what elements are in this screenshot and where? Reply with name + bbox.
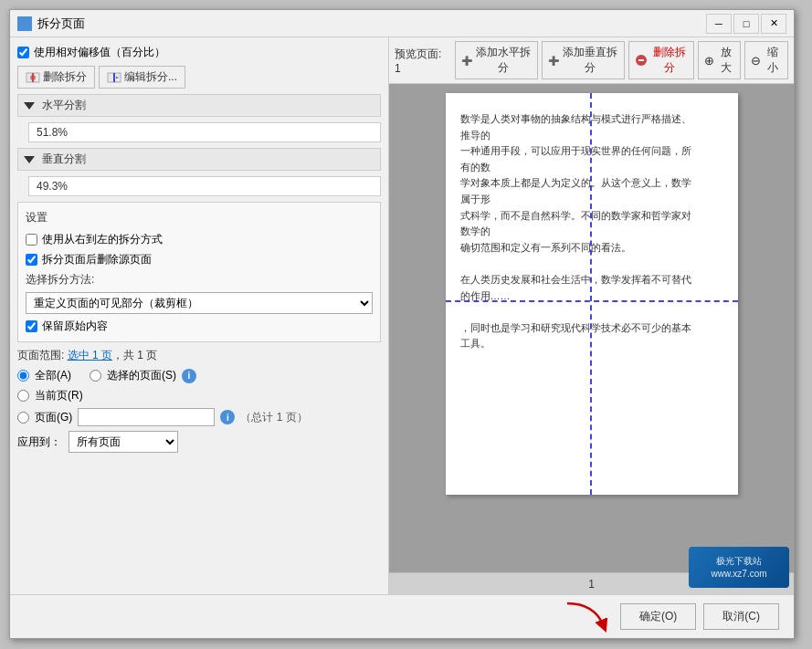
watermark-text: 极光下载站 www.xz7.com (711, 555, 766, 581)
method-select[interactable]: 重定义页面的可见部分（裁剪框） (26, 292, 373, 314)
radio-current-label: 当前页(R) (35, 388, 83, 403)
preserve-original-label: 保留原始内容 (42, 319, 108, 334)
main-content: 使用相对偏移值（百分比） 删除拆分 (10, 37, 794, 594)
radio-selected-row: 选择的页面(S) i (90, 368, 196, 383)
delete-after-split-label: 拆分页面后删除源页面 (42, 252, 152, 267)
radio-row-top: 全部(A) 选择的页面(S) i (17, 368, 381, 383)
maximize-button[interactable]: □ (733, 14, 759, 34)
vertical-split-label: 垂直分割 (42, 152, 86, 167)
page-input-row: 页面(G) i （总计 1 页） (17, 408, 381, 426)
radio-all[interactable] (17, 370, 29, 382)
preview-remove-split-label: 删除拆分 (650, 45, 688, 76)
left-to-right-checkbox[interactable] (26, 234, 37, 246)
left-to-right-label: 使用从右到左的拆分方式 (42, 232, 163, 247)
delete-after-split-row: 拆分页面后删除源页面 (26, 252, 373, 267)
zoom-out-label: 缩小 (764, 45, 782, 76)
use-relative-offset-label: 使用相对偏移值（百分比） (34, 45, 165, 60)
selected-info-icon[interactable]: i (182, 369, 196, 383)
page-number-input[interactable] (78, 408, 215, 426)
svg-point-2 (30, 75, 36, 80)
preserve-original-row: 保留原始内容 (26, 319, 373, 334)
settings-group: 设置 使用从右到左的拆分方式 拆分页面后删除源页面 选择拆分方法: 重定义页面的… (17, 202, 381, 342)
left-panel: 使用相对偏移值（百分比） 删除拆分 (10, 37, 389, 594)
preview-remove-split-icon (635, 54, 648, 68)
preserve-original-checkbox[interactable] (26, 320, 37, 332)
edit-split-icon (107, 70, 121, 85)
radio-all-row: 全部(A) (17, 368, 71, 383)
add-vertical-label: 添加垂直拆分 (562, 45, 618, 76)
vertical-divider (590, 93, 592, 495)
dialog-title: 拆分页面 (37, 16, 85, 32)
add-horizontal-icon: ➕ (461, 56, 472, 66)
remove-split-button[interactable]: 删除拆分 (17, 66, 95, 89)
split-page-dialog: 拆分页面 ─ □ ✕ 使用相对偏移值（百分比） (9, 9, 795, 639)
zoom-in-icon: ⊕ (704, 54, 714, 68)
remove-split-icon (26, 70, 40, 85)
radio-page-label: 页面(G) (35, 410, 72, 425)
total-pages-label: （总计 1 页） (240, 410, 307, 425)
title-bar: 拆分页面 ─ □ ✕ (10, 10, 794, 37)
select-method-label: 选择拆分方法: (26, 272, 373, 288)
add-vertical-icon: ➕ (548, 56, 559, 66)
horizontal-split-header: 水平分割 (17, 94, 381, 117)
radio-all-label: 全部(A) (35, 368, 71, 383)
apply-row: 应用到： 所有页面 奇数页 偶数页 (17, 431, 381, 453)
radio-page[interactable] (17, 412, 29, 424)
watermark-line2: www.xz7.com (711, 568, 766, 581)
horizontal-split-label: 水平分割 (42, 98, 86, 113)
remove-split-label: 删除拆分 (43, 69, 87, 85)
preview-remove-split-button[interactable]: 删除拆分 (628, 41, 694, 79)
vertical-split-value: 49.3% (28, 176, 381, 196)
bottom-bar: 确定(O) 取消(C) 极光下载站 www.xz7.com (10, 594, 794, 638)
edit-split-label: 编辑拆分... (124, 69, 177, 85)
triangle-icon-2 (24, 156, 35, 163)
page-range-link[interactable]: 选中 1 页 (68, 349, 112, 361)
title-controls: ─ □ ✕ (706, 14, 786, 34)
dialog-icon (17, 16, 32, 31)
delete-after-split-checkbox[interactable] (26, 254, 37, 266)
ok-button[interactable]: 确定(O) (620, 603, 696, 630)
split-toolbar-row: 删除拆分 编辑拆分... (17, 66, 381, 89)
radio-current-row: 当前页(R) (17, 388, 381, 403)
right-panel: 预览页面: 1 ➕ 添加水平拆分 ➕ 添加垂直拆分 删 (389, 37, 794, 594)
zoom-in-label: 放大 (717, 45, 735, 76)
close-button[interactable]: ✕ (761, 14, 786, 34)
triangle-icon (24, 102, 35, 110)
zoom-in-button[interactable]: ⊕ 放大 (698, 41, 742, 79)
edit-split-button[interactable]: 编辑拆分... (99, 66, 185, 89)
apply-to-select[interactable]: 所有页面 奇数页 偶数页 (69, 431, 178, 453)
zoom-out-button[interactable]: ⊖ 缩小 (744, 41, 788, 79)
add-horizontal-label: 添加水平拆分 (475, 45, 532, 76)
page-preview: 数学是人类对事物的抽象结构与模式进行严格描述、 推导的 一种通用手段，可以应用于… (446, 93, 738, 495)
preview-area: 数学是人类对事物的抽象结构与模式进行严格描述、 推导的 一种通用手段，可以应用于… (389, 84, 794, 572)
settings-label: 设置 (26, 210, 373, 225)
page-number: 1 (588, 578, 595, 591)
title-bar-left: 拆分页面 (17, 16, 85, 32)
vertical-split-header: 垂直分割 (17, 148, 381, 171)
preview-toolbar: 预览页面: 1 ➕ 添加水平拆分 ➕ 添加垂直拆分 删 (389, 37, 794, 84)
radio-current[interactable] (17, 390, 29, 402)
page-info-icon[interactable]: i (220, 410, 235, 424)
horizontal-split-value: 51.8% (28, 122, 381, 142)
use-relative-offset-row: 使用相对偏移值（百分比） (17, 45, 381, 60)
radio-selected[interactable] (90, 370, 101, 382)
add-horizontal-button[interactable]: ➕ 添加水平拆分 (455, 41, 538, 79)
preview-title: 预览页面: 1 (395, 47, 444, 75)
page-range-section: 页面范围: 选中 1 页，共 1 页 全部(A) 选择的页面(S) i (17, 348, 381, 453)
use-relative-offset-checkbox[interactable] (17, 47, 29, 58)
watermark-line1: 极光下载站 (711, 555, 766, 568)
add-vertical-button[interactable]: ➕ 添加垂直拆分 (542, 41, 625, 79)
radio-selected-label: 选择的页面(S) (107, 368, 176, 383)
minimize-button[interactable]: ─ (706, 14, 732, 34)
cancel-button[interactable]: 取消(C) (703, 603, 779, 630)
arrow-icon (558, 599, 613, 635)
preview-text: 数学是人类对事物的抽象结构与模式进行严格描述、 推导的 一种通用手段，可以应用于… (460, 111, 723, 352)
horizontal-divider (446, 300, 738, 302)
left-to-right-row: 使用从右到左的拆分方式 (26, 232, 373, 247)
watermark: 极光下载站 www.xz7.com (689, 547, 789, 588)
apply-to-label: 应用到： (17, 434, 61, 450)
zoom-out-icon: ⊖ (751, 54, 761, 68)
page-range-title: 页面范围: 选中 1 页，共 1 页 (17, 348, 381, 363)
